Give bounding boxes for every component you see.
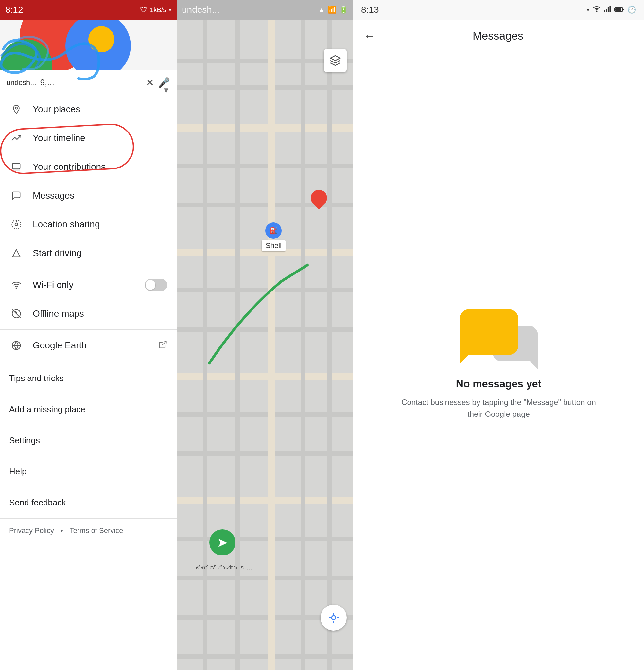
menu-item-add-missing-place[interactable]: Add a missing place — [0, 394, 177, 425]
wifi-icon: ▲ — [318, 5, 325, 14]
menu-footer: Privacy Policy • Terms of Service — [0, 518, 177, 543]
menu-item-tips-tricks[interactable]: Tips and tricks — [0, 363, 177, 394]
no-messages-title: No messages yet — [456, 378, 541, 390]
route-arrow-button: ➤ — [209, 529, 236, 555]
dot-right-icon: • — [587, 5, 589, 14]
route-text-label: ಮಾಗದಿ ಮುಖ್ಯ ರ... — [196, 564, 252, 572]
svg-point-3 — [15, 223, 18, 226]
svg-rect-17 — [604, 10, 605, 12]
your-timeline-icon — [9, 131, 24, 145]
start-driving-label: Start driving — [33, 248, 167, 258]
privacy-policy-link[interactable]: Privacy Policy — [9, 526, 54, 535]
location-sharing-label: Location sharing — [33, 219, 167, 230]
svg-point-5 — [16, 288, 17, 289]
menu-item-your-places[interactable]: Your places — [0, 95, 177, 124]
your-places-label: Your places — [33, 104, 167, 115]
status-time-mid: undesh... — [182, 4, 219, 15]
search-close-button[interactable]: ✕ — [146, 77, 154, 88]
messages-label: Messages — [33, 190, 167, 201]
clock-right-icon: 🕐 — [627, 5, 636, 14]
messages-title: Messages — [382, 29, 614, 42]
start-driving-icon — [9, 246, 24, 260]
your-timeline-label: Your timeline — [33, 133, 167, 143]
menu-item-your-contributions[interactable]: Your contributions — [0, 152, 177, 181]
signal-bars-icon: 📶 — [328, 5, 337, 14]
shell-label: Shell — [261, 240, 285, 251]
back-button[interactable]: ← — [364, 29, 375, 43]
toggle-knob — [146, 280, 155, 290]
dot-icon: • — [169, 5, 171, 14]
svg-rect-19 — [608, 7, 609, 12]
google-earth-icon — [9, 338, 24, 353]
menu-item-google-earth[interactable]: Google Earth — [0, 331, 177, 360]
divider-1 — [0, 269, 177, 269]
left-panel: 8:12 🛡 1kB/s • undesh... 9,... ✕ 🎤 ▼ — [0, 0, 177, 670]
location-sharing-icon — [9, 217, 24, 232]
svg-point-11 — [332, 616, 336, 620]
dropdown-arrow-icon: ▼ — [162, 86, 170, 95]
footer-dot: • — [61, 526, 63, 535]
no-messages-description: Contact businesses by tapping the "Messa… — [401, 397, 597, 420]
middle-panel: undesh... ▲ 📶 🔋 — [177, 0, 353, 670]
divider-3 — [0, 361, 177, 362]
battery-icon: 1kB/s — [150, 6, 166, 14]
map-layers-button[interactable] — [324, 49, 347, 72]
right-panel: 8:13 • — [353, 0, 644, 670]
svg-marker-4 — [12, 249, 20, 257]
wifi-only-icon — [9, 278, 24, 292]
menu-item-help[interactable]: Help — [0, 456, 177, 487]
your-contributions-icon — [9, 160, 24, 174]
wifi-only-toggle[interactable] — [145, 279, 167, 291]
svg-rect-22 — [623, 9, 624, 11]
battery-right-icon — [614, 5, 624, 14]
google-header: undesh... 9,... ✕ 🎤 ▼ — [0, 19, 177, 95]
messages-icon — [9, 188, 24, 203]
svg-rect-23 — [615, 8, 621, 11]
status-icons-right: • — [587, 5, 636, 14]
wifi-right-icon — [593, 5, 601, 14]
svg-rect-18 — [606, 9, 607, 12]
svg-point-0 — [15, 107, 17, 109]
offline-maps-label: Offline maps — [33, 308, 167, 319]
wifi-only-label: Wi-Fi only — [33, 280, 145, 290]
menu-item-settings[interactable]: Settings — [0, 425, 177, 456]
menu-item-offline-maps[interactable]: Offline maps — [0, 299, 177, 328]
messages-body: No messages yet Contact businesses by ta… — [353, 52, 644, 670]
offline-maps-icon — [9, 307, 24, 321]
chat-bubbles-illustration — [459, 303, 538, 362]
menu-item-location-sharing[interactable]: Location sharing — [0, 210, 177, 239]
divider-2 — [0, 330, 177, 330]
svg-marker-10 — [330, 56, 340, 61]
terms-of-service-link[interactable]: Terms of Service — [70, 526, 123, 535]
messages-header: ← Messages — [353, 19, 644, 52]
shield-icon: 🛡 — [140, 5, 147, 14]
svg-rect-1 — [13, 163, 20, 169]
status-icons-left: 🛡 1kB/s • — [140, 5, 171, 14]
svg-point-16 — [596, 11, 597, 12]
your-places-icon — [9, 102, 24, 117]
menu-item-wifi-only[interactable]: Wi-Fi only — [0, 270, 177, 299]
chat-bubble-yellow — [459, 309, 519, 355]
menu-item-send-feedback[interactable]: Send feedback — [0, 487, 177, 518]
svg-rect-20 — [609, 6, 611, 12]
your-contributions-label: Your contributions — [33, 162, 167, 172]
external-link-icon — [158, 340, 167, 351]
google-earth-label: Google Earth — [33, 340, 158, 351]
blue-scribble-annotation — [0, 29, 105, 88]
red-map-pin — [311, 190, 327, 206]
route-line — [177, 249, 353, 379]
battery-mid-icon: 🔋 — [339, 5, 348, 14]
map-background: ⛽ Shell ➤ ಮಾಗದಿ ಮುಖ್ಯ ರ... — [177, 19, 353, 670]
map-location-button[interactable] — [321, 605, 347, 631]
menu-item-start-driving[interactable]: Start driving — [0, 239, 177, 268]
menu-list: Your places Your timeline Your contribut… — [0, 95, 177, 670]
menu-item-your-timeline[interactable]: Your timeline — [0, 124, 177, 152]
menu-item-messages[interactable]: Messages — [0, 181, 177, 210]
shell-pin: ⛽ Shell — [261, 223, 285, 251]
status-time-right: 8:13 — [361, 4, 379, 15]
signal-right-icon — [604, 5, 611, 14]
status-time-left: 8:12 — [5, 4, 23, 15]
status-bar-left: 8:12 🛡 1kB/s • — [0, 0, 177, 19]
status-bar-right: 8:13 • — [353, 0, 644, 19]
status-icons-mid: ▲ 📶 🔋 — [318, 5, 348, 14]
